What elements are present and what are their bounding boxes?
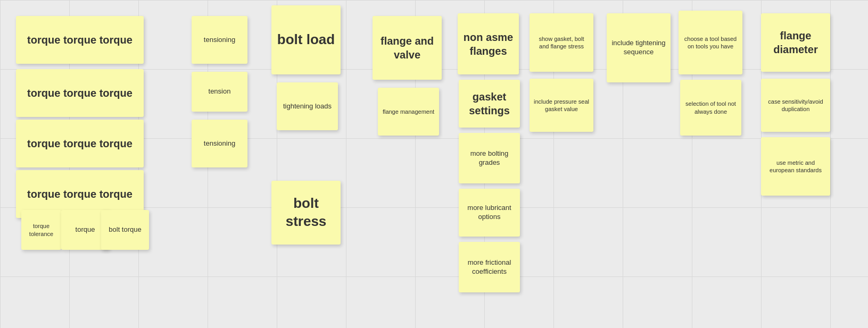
sticky-note-s26[interactable]: flange diameter: [761, 13, 830, 72]
sticky-note-s8[interactable]: tensioning: [192, 16, 247, 64]
sticky-note-s17[interactable]: gasket settings: [459, 80, 520, 128]
sticky-note-s15[interactable]: flange management: [378, 88, 439, 136]
sticky-note-s28[interactable]: use metric and european standards: [761, 137, 830, 196]
sticky-note-s1[interactable]: torque torque torque: [16, 16, 144, 64]
sticky-note-s9[interactable]: tension: [192, 72, 247, 112]
sticky-note-s18[interactable]: more bolting grades: [459, 133, 520, 183]
sticky-note-s3[interactable]: torque torque torque: [16, 120, 144, 167]
sticky-note-s22[interactable]: include pressure seal gasket value: [530, 79, 593, 132]
sticky-note-s24[interactable]: choose a tool based on tools you have: [679, 11, 742, 74]
sticky-note-s13[interactable]: bolt stress: [271, 181, 341, 245]
sticky-note-s25[interactable]: selection of tool not always done: [680, 80, 741, 136]
sticky-note-s16[interactable]: non asme flanges: [458, 13, 519, 74]
sticky-note-s20[interactable]: more frictional coefficients: [459, 242, 520, 292]
sticky-note-s23[interactable]: include tightening sequence: [607, 13, 671, 82]
sticky-note-s5[interactable]: torque tolerance: [21, 210, 61, 250]
sticky-note-s14[interactable]: flange and valve: [373, 16, 442, 80]
sticky-note-s12[interactable]: tightening loads: [277, 82, 338, 130]
sticky-note-s7[interactable]: bolt torque: [101, 210, 149, 250]
sticky-note-s2[interactable]: torque torque torque: [16, 69, 144, 117]
sticky-note-s11[interactable]: bolt load: [271, 5, 341, 74]
sticky-note-s10[interactable]: tensioning: [192, 120, 247, 167]
sticky-note-s19[interactable]: more lubricant options: [459, 189, 520, 237]
canvas: torque torque torquetorque torque torque…: [0, 0, 868, 328]
sticky-note-s27[interactable]: case sensitivity/avoid duplication: [761, 79, 830, 132]
sticky-note-s21[interactable]: show gasket, bolt and flange stress: [530, 13, 593, 72]
